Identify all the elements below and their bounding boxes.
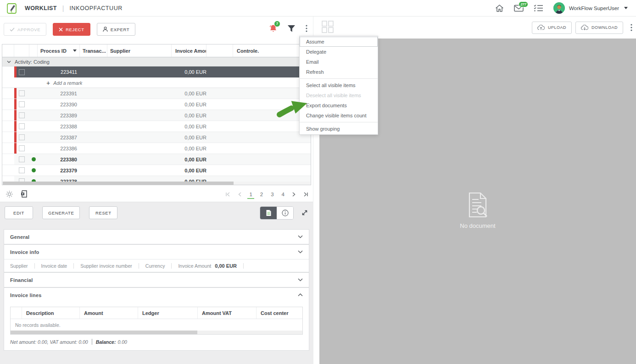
reject-button[interactable]: REJECT bbox=[53, 23, 90, 36]
expand-panel-icon[interactable] bbox=[301, 209, 308, 216]
upload-button[interactable]: UPLOAD bbox=[532, 22, 572, 34]
column-header-process-id[interactable]: Process ID bbox=[38, 44, 80, 57]
next-page-button[interactable] bbox=[290, 191, 297, 199]
menu-item-show-grouping[interactable]: Show grouping bbox=[300, 124, 378, 134]
row-checkbox[interactable] bbox=[19, 134, 25, 140]
section-invoice-info: Invoice info Supplier Invoice date Suppl… bbox=[4, 244, 309, 272]
add-remark-row[interactable]: + Add a remark bbox=[2, 78, 311, 88]
worklist-panel: APPROVE REJECT EXPERT 7 bbox=[0, 17, 313, 364]
amount-cell: 0,00 EUR bbox=[172, 154, 206, 165]
group-row-activity-coding[interactable]: Activity: Coding bbox=[2, 57, 311, 66]
menu-item-refresh[interactable]: Refresh bbox=[300, 67, 378, 77]
chevron-up-icon bbox=[298, 293, 303, 297]
grid-kebab-menu-icon[interactable] bbox=[306, 25, 307, 34]
section-invoice-info-header[interactable]: Invoice info bbox=[4, 245, 309, 259]
invoice-lines-scrollbar[interactable] bbox=[11, 331, 302, 334]
row-checkbox[interactable] bbox=[19, 145, 25, 151]
user-caret-icon bbox=[624, 7, 628, 9]
menu-item-delegate[interactable]: Delegate bbox=[300, 47, 378, 57]
expert-button[interactable]: EXPERT bbox=[97, 23, 135, 36]
excel-export-icon[interactable] bbox=[21, 190, 27, 199]
reset-button[interactable]: RESET bbox=[89, 206, 117, 219]
download-label: DOWNLOAD bbox=[591, 25, 618, 30]
menu-item-assume[interactable]: Assume bbox=[300, 37, 378, 47]
column-header-cost-center[interactable]: Cost center bbox=[257, 307, 302, 319]
document-view-toggle[interactable] bbox=[260, 207, 277, 219]
table-row[interactable]: 223386 0,00 EUR bbox=[2, 143, 311, 154]
field-invoice-amount: Invoice Amount 0,00 EUR bbox=[178, 263, 244, 269]
row-checkbox[interactable] bbox=[19, 123, 25, 129]
column-header-supplier[interactable]: Supplier bbox=[107, 44, 172, 57]
table-row[interactable]: 223390 0,00 EUR bbox=[2, 99, 311, 110]
document-toolbar: UPLOAD DOWNLOAD bbox=[313, 17, 636, 39]
generate-label: GENERATE bbox=[48, 210, 74, 215]
grid-horizontal-scrollbar[interactable] bbox=[3, 182, 310, 185]
user-menu[interactable]: WorkFlow SuperUser bbox=[553, 2, 628, 14]
table-row[interactable]: 223391 0,00 EUR bbox=[2, 88, 311, 99]
column-header-transaction[interactable]: Transac... bbox=[80, 44, 107, 57]
page-button-4[interactable]: 4 bbox=[280, 191, 286, 199]
detail-toolbar: EDIT GENERATE RESET bbox=[0, 202, 313, 223]
row-checkbox[interactable] bbox=[19, 112, 25, 118]
process-id-cell: 223388 bbox=[38, 121, 80, 132]
section-invoice-lines-header[interactable]: Invoice lines bbox=[4, 288, 309, 302]
notifications-bell-icon[interactable]: 7 bbox=[269, 24, 277, 35]
expert-label: EXPERT bbox=[111, 27, 129, 32]
row-checkbox[interactable] bbox=[19, 101, 25, 107]
page-button-2[interactable]: 2 bbox=[258, 191, 265, 199]
scrollbar-thumb[interactable] bbox=[3, 182, 234, 185]
tasklist-icon[interactable] bbox=[534, 4, 543, 12]
grid-settings-gear-icon[interactable] bbox=[6, 190, 13, 200]
mail-icon[interactable]: 277 bbox=[514, 5, 524, 12]
worklist-grid: Process ID Transac... Supplier Invoice A… bbox=[2, 44, 311, 185]
group-label: Activity: Coding bbox=[15, 59, 50, 65]
column-header-invoice-amount[interactable]: Invoice Amou... bbox=[172, 44, 206, 57]
chevron-down-icon bbox=[298, 250, 303, 254]
download-button[interactable]: DOWNLOAD bbox=[575, 22, 623, 34]
menu-item-email[interactable]: Email bbox=[300, 57, 378, 67]
chevron-down-icon bbox=[298, 235, 303, 238]
row-checkbox[interactable] bbox=[19, 167, 25, 173]
document-icon bbox=[266, 210, 272, 216]
table-row[interactable]: 223379 0,00 EUR bbox=[2, 165, 311, 176]
info-view-toggle[interactable] bbox=[277, 207, 293, 219]
table-row[interactable]: 223389 0,00 EUR bbox=[2, 110, 311, 121]
process-id-cell: 223391 bbox=[38, 88, 80, 99]
section-general-header[interactable]: General bbox=[4, 230, 309, 244]
home-icon[interactable] bbox=[495, 4, 504, 12]
row-checkbox[interactable] bbox=[19, 156, 25, 162]
column-header-description[interactable]: Description bbox=[22, 307, 80, 319]
page-button-3[interactable]: 3 bbox=[269, 191, 275, 199]
row-checkbox[interactable] bbox=[19, 69, 25, 75]
scrollbar-thumb[interactable] bbox=[11, 331, 197, 334]
section-financial-header[interactable]: Financial bbox=[4, 273, 309, 287]
menu-item-change-visible-items-count[interactable]: Change visible items count bbox=[300, 110, 378, 121]
filter-icon[interactable] bbox=[287, 25, 296, 34]
table-row[interactable]: 223387 0,00 EUR bbox=[2, 132, 311, 143]
last-page-button[interactable] bbox=[301, 191, 310, 199]
amount-cell: 0,00 EUR bbox=[172, 110, 206, 121]
table-row[interactable]: 223411 0,00 EUR bbox=[2, 66, 311, 78]
invoice-amount-value: 0,00 EUR bbox=[215, 263, 237, 269]
document-kebab-menu-icon[interactable] bbox=[630, 24, 632, 31]
edit-button[interactable]: EDIT bbox=[5, 206, 33, 219]
generate-button[interactable]: GENERATE bbox=[42, 206, 80, 219]
column-label: Process ID bbox=[40, 48, 67, 54]
column-header-ledger[interactable]: Ledger bbox=[138, 307, 198, 319]
worklist-toolbar: APPROVE REJECT EXPERT 7 bbox=[4, 21, 309, 38]
section-title: Invoice lines bbox=[10, 292, 42, 298]
row-checkbox[interactable] bbox=[19, 90, 25, 96]
bell-badge: 7 bbox=[274, 21, 280, 27]
no-document-label: No document bbox=[460, 222, 495, 229]
menu-item-export-documents[interactable]: Export documents bbox=[300, 100, 378, 110]
table-row[interactable]: 223388 0,00 EUR bbox=[2, 121, 311, 132]
menu-divider bbox=[300, 78, 378, 79]
invoice-lines-totals: Net amount: 0.00, VAT amount: 0.00 Balan… bbox=[4, 335, 309, 350]
thumbnails-grid-icon[interactable] bbox=[322, 21, 334, 35]
column-header-amount-vat[interactable]: Amount VAT bbox=[198, 307, 257, 319]
menu-item-select-all-visible-items[interactable]: Select all visible items bbox=[300, 80, 378, 90]
invoice-amount-label: Invoice Amount bbox=[178, 263, 211, 269]
approve-label: APPROVE bbox=[17, 27, 40, 32]
column-header-amount[interactable]: Amount bbox=[80, 307, 138, 319]
table-row[interactable]: 223380 0,00 EUR bbox=[2, 154, 311, 165]
